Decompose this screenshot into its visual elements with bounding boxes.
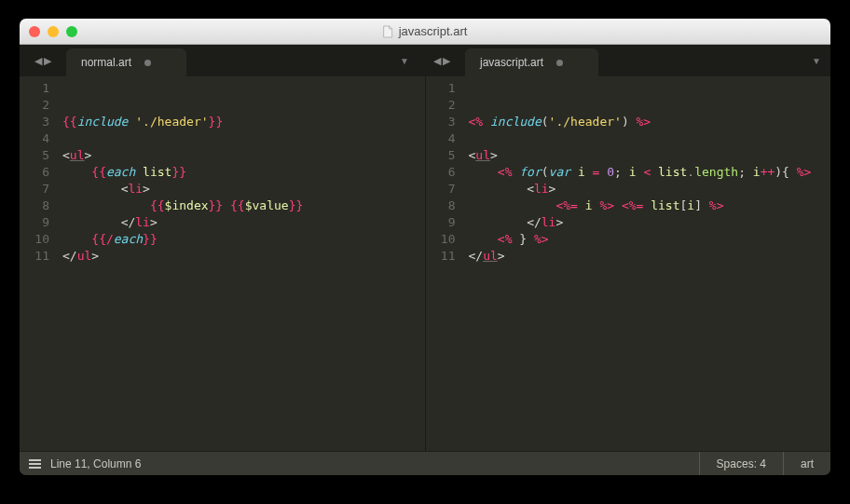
gutter: 1234567891011 (426, 80, 467, 451)
line-number: 11 (426, 248, 456, 265)
window-title: javascript.art (383, 24, 468, 38)
indent-label: Spaces: 4 (717, 457, 766, 470)
code-line (469, 97, 831, 114)
code-line: <% include('./header') %> (469, 114, 831, 130)
line-number: 4 (20, 130, 49, 147)
line-number: 1 (20, 80, 49, 97)
code-area[interactable]: 1234567891011 <% include('./header') %><… (426, 76, 831, 451)
syntax-setting[interactable]: art (783, 452, 830, 475)
cursor-position[interactable]: Line 11, Column 6 (50, 457, 141, 470)
line-number: 11 (20, 248, 49, 265)
code-line: {{each list}} (62, 164, 425, 181)
code-line: <ul> (469, 147, 831, 164)
pane-nav-left: ◀ ▶ (20, 45, 66, 76)
line-number: 6 (426, 164, 456, 181)
tab-javascript-art[interactable]: javascript.art (465, 48, 598, 76)
code[interactable]: <% include('./header') %><ul> <% for(var… (467, 80, 831, 451)
gutter: 1234567891011 (20, 80, 61, 451)
window-title-text: javascript.art (399, 24, 468, 38)
editor-window: javascript.art ◀ ▶ normal.art ▼ ◀ ▶ java… (20, 19, 830, 475)
status-left: Line 11, Column 6 (20, 457, 141, 470)
code-line (62, 130, 425, 147)
file-icon (383, 25, 393, 38)
code-line: <% } %> (469, 231, 831, 248)
code-line (469, 130, 831, 147)
line-number: 5 (20, 147, 49, 164)
nav-forward-icon[interactable]: ▶ (443, 55, 450, 67)
nav-back-icon[interactable]: ◀ (34, 55, 42, 67)
line-number: 9 (20, 214, 49, 231)
chevron-down-icon[interactable]: ▼ (400, 56, 409, 66)
line-number: 8 (20, 198, 49, 214)
nav-back-icon[interactable]: ◀ (433, 55, 441, 67)
editor-pane-right: 1234567891011 <% include('./header') %><… (426, 76, 831, 451)
close-icon[interactable] (29, 26, 40, 37)
line-number: 9 (426, 214, 456, 231)
pane-nav-right: ◀ ▶ (418, 45, 465, 76)
code-line: <ul> (62, 147, 425, 164)
menu-icon[interactable] (29, 459, 41, 469)
code-line: <%= i %> <%= list[i] %> (469, 198, 831, 214)
code-line: {{/each}} (62, 231, 425, 248)
tab-label: normal.art (81, 56, 131, 69)
tab-normal-art[interactable]: normal.art (66, 48, 186, 76)
editor-pane-left: 1234567891011 {{include './header'}}<ul>… (20, 76, 426, 451)
code-line: {{include './header'}} (62, 114, 425, 130)
code-line: {{$index}} {{$value}} (62, 198, 425, 214)
line-number: 2 (20, 97, 49, 114)
minimize-icon[interactable] (48, 26, 59, 37)
line-number: 8 (426, 198, 456, 214)
titlebar: javascript.art (20, 19, 830, 45)
line-number: 10 (20, 231, 49, 248)
code-line (62, 97, 425, 114)
line-number: 7 (20, 181, 49, 198)
dirty-indicator-icon (556, 60, 563, 66)
code-line: </ul> (62, 248, 425, 265)
line-number: 3 (426, 114, 456, 130)
zoom-icon[interactable] (66, 26, 77, 37)
line-number: 2 (426, 97, 456, 114)
code-line: </li> (469, 214, 831, 231)
code-line (469, 80, 831, 97)
line-number: 1 (426, 80, 456, 97)
tab-label: javascript.art (480, 56, 543, 69)
code-line: </ul> (469, 248, 831, 265)
code-area[interactable]: 1234567891011 {{include './header'}}<ul>… (20, 76, 425, 451)
code-line (62, 80, 425, 97)
code-line: </li> (62, 214, 425, 231)
code-line: <% for(var i = 0; i < list.length; i++){… (469, 164, 831, 181)
traffic-lights (29, 26, 77, 37)
code[interactable]: {{include './header'}}<ul> {{each list}}… (61, 80, 425, 451)
nav-forward-icon[interactable]: ▶ (44, 55, 51, 67)
syntax-label: art (801, 457, 814, 470)
line-number: 3 (20, 114, 49, 130)
indent-setting[interactable]: Spaces: 4 (699, 452, 783, 475)
editors-container: 1234567891011 {{include './header'}}<ul>… (20, 76, 830, 451)
code-line: <li> (62, 181, 425, 198)
line-number: 4 (426, 130, 456, 147)
chevron-down-icon[interactable]: ▼ (812, 56, 821, 66)
status-bar: Line 11, Column 6 Spaces: 4 art (20, 451, 830, 475)
code-line: <li> (469, 181, 831, 198)
dirty-indicator-icon (144, 60, 151, 66)
tab-strip: ◀ ▶ normal.art ▼ ◀ ▶ javascript.art ▼ (20, 45, 830, 76)
line-number: 6 (20, 164, 49, 181)
tab-filler-right: ▼ (598, 45, 830, 76)
tab-filler-left: ▼ (186, 45, 418, 76)
line-number: 10 (426, 231, 456, 248)
line-number: 7 (426, 181, 456, 198)
line-number: 5 (426, 147, 456, 164)
